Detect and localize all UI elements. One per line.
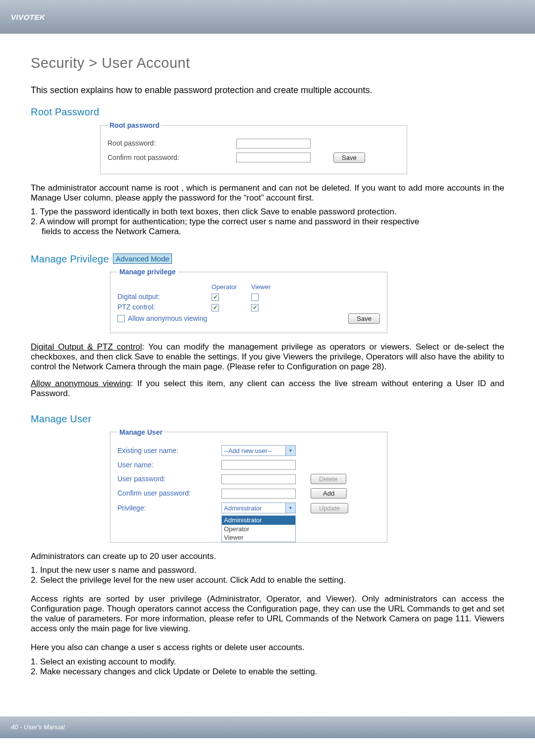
- row-digital-output: Digital output:: [117, 293, 212, 301]
- manage-user-legend: Manage User: [117, 428, 164, 437]
- manage-user-panel: Manage User Existing user name: --Add ne…: [110, 428, 387, 543]
- privilege-option-admin[interactable]: Administrator: [222, 516, 295, 524]
- anonymous-paragraph: Allow anonymous viewing: If you select t…: [31, 379, 504, 399]
- manage-user-para1: Administrators can create up to 20 user …: [31, 552, 504, 561]
- col-viewer: Viewer: [251, 283, 291, 291]
- root-password-step2: 2. A window will prompt for authenticati…: [31, 217, 504, 227]
- root-password-input[interactable]: [236, 139, 311, 149]
- add-button[interactable]: Add: [311, 488, 347, 499]
- username-label: User name:: [117, 461, 221, 469]
- confirm-user-password-label: Confirm user password:: [117, 489, 221, 498]
- root-password-label: Root password:: [107, 139, 236, 148]
- manage-user-heading: Manage User: [31, 413, 504, 425]
- root-password-step2b: fields to access the Network Camera.: [42, 227, 504, 237]
- save-button-privilege[interactable]: Save: [348, 313, 380, 324]
- checkbox-ptz-operator[interactable]: [212, 304, 219, 311]
- page-number: 40 - User's Manual: [11, 723, 65, 731]
- privilege-value: Administrator: [224, 504, 262, 512]
- brand-logo: VIVOTEK: [11, 13, 45, 21]
- manage-user-step1: 1. Input the new user s name and passwor…: [31, 565, 504, 575]
- confirm-root-password-input[interactable]: [236, 152, 311, 162]
- manage-user-step2: 2. Select the privilege level for the ne…: [31, 575, 504, 585]
- footer-bar: 40 - User's Manual: [0, 716, 535, 738]
- existing-username-label: Existing user name:: [117, 447, 221, 455]
- privilege-option-operator[interactable]: Operator: [222, 525, 295, 533]
- checkbox-ptz-viewer[interactable]: [251, 304, 259, 311]
- root-password-heading: Root Password: [31, 106, 504, 118]
- digital-ptz-underline: Digital Output & PTZ control: [31, 342, 142, 352]
- privilege-dropdown[interactable]: Administrator Operator Viewer: [221, 515, 296, 542]
- row-anonymous-label: Allow anonymous viewing: [128, 314, 207, 323]
- chevron-down-icon: ▾: [285, 446, 295, 455]
- row-ptz: PTZ control:: [117, 303, 212, 311]
- user-password-input[interactable]: [221, 474, 296, 484]
- digital-ptz-paragraph: Digital Output & PTZ control: You can mo…: [31, 342, 504, 372]
- user-password-label: User password:: [117, 475, 221, 483]
- header-bar: VIVOTEK: [0, 0, 535, 34]
- manage-privilege-panel: Manage privilege Operator Viewer Digital…: [110, 268, 387, 333]
- update-button[interactable]: Update: [311, 503, 348, 513]
- manage-user-para3: Here you also can change a user s access…: [31, 643, 504, 653]
- checkbox-allow-anonymous[interactable]: [117, 315, 125, 322]
- root-password-legend: Root password: [107, 121, 161, 130]
- root-password-step1: 1. Type the password identically in both…: [31, 207, 504, 217]
- existing-user-select[interactable]: --Add new user-- ▾: [221, 445, 296, 456]
- chevron-down-icon: ▾: [285, 503, 295, 513]
- privilege-label: Privilege:: [117, 504, 221, 512]
- root-password-paragraph: The administrator account name is root ,…: [31, 183, 504, 203]
- manage-privilege-heading: Manage Privilege: [31, 253, 109, 264]
- existing-user-value: --Add new user--: [224, 447, 272, 454]
- page-title: Security > User Account: [31, 54, 504, 71]
- save-button[interactable]: Save: [333, 152, 365, 163]
- username-input[interactable]: [221, 460, 296, 470]
- privilege-select[interactable]: Administrator ▾: [221, 503, 296, 513]
- advanced-mode-badge: Advanced Mode: [113, 253, 171, 264]
- manage-user-para2: Access rights are sorted by user privile…: [31, 594, 504, 634]
- root-password-panel: Root password Root password: Confirm roo…: [100, 121, 407, 174]
- delete-button[interactable]: Delete: [311, 474, 346, 484]
- manage-user-step4: 2. Make necessary changes and click Upda…: [31, 667, 504, 677]
- checkbox-digital-operator[interactable]: [212, 294, 219, 301]
- confirm-user-password-input[interactable]: [221, 489, 296, 499]
- confirm-root-password-label: Confirm root password:: [107, 153, 236, 162]
- manage-user-step3: 1. Select an existing account to modify.: [31, 657, 504, 667]
- manage-privilege-legend: Manage privilege: [117, 268, 178, 276]
- intro-text: This section explains how to enable pass…: [31, 85, 504, 96]
- anonymous-underline: Allow anonymous viewing: [31, 379, 131, 388]
- col-operator: Operator: [212, 283, 251, 291]
- privilege-option-viewer[interactable]: Viewer: [222, 533, 295, 542]
- checkbox-digital-viewer[interactable]: [251, 294, 259, 301]
